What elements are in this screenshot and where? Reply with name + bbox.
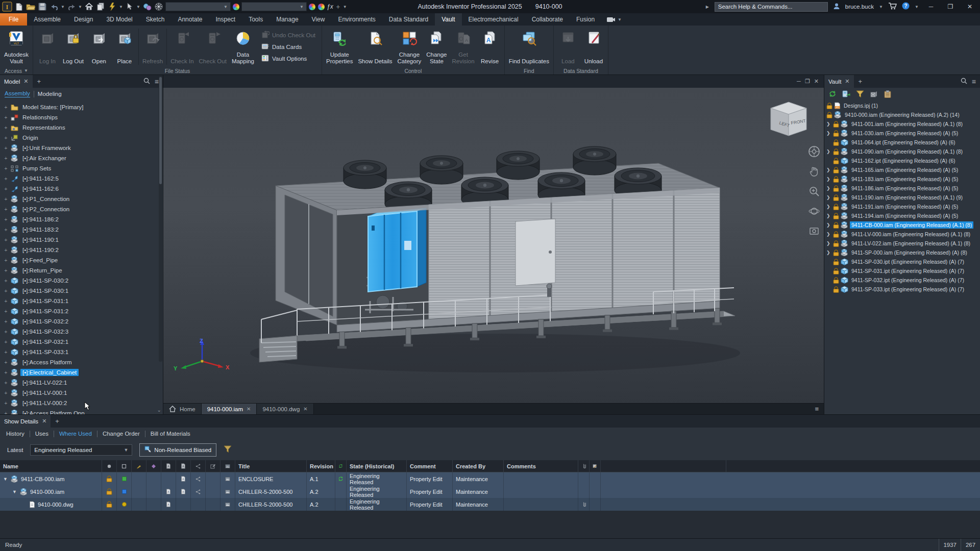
close-tab-icon[interactable]: ✕	[247, 406, 251, 412]
expand-plus-icon[interactable]: +	[3, 349, 9, 355]
model-tree-item[interactable]: +[•]:Access Platform	[3, 357, 163, 367]
tab-show-details[interactable]: Show Details✕	[0, 415, 51, 428]
column-sync-icon[interactable]	[335, 460, 347, 472]
column-edit-icon[interactable]	[206, 460, 220, 472]
expand-plus-icon[interactable]: +	[3, 400, 9, 406]
model-tree-item[interactable]: +[•]:9411-190:1	[3, 235, 163, 245]
details-tab-bill-of-materials[interactable]: Bill of Materials	[151, 431, 190, 437]
show-details-button[interactable]: Show Details	[355, 27, 395, 67]
details-tab-where-used[interactable]: Where Used	[59, 431, 92, 437]
expand-plus-icon[interactable]: +	[3, 390, 9, 396]
chevron-right-icon[interactable]: ❯	[826, 250, 831, 255]
expand-plus-icon[interactable]: +	[3, 176, 9, 182]
adjust-appearance-icon[interactable]	[308, 3, 316, 11]
model-tree-item[interactable]: +[•]:9411-LV-000:1	[3, 388, 163, 398]
model-tree-item[interactable]: +[•]:P1_Connection	[3, 194, 163, 204]
column-header-Name[interactable]: Name	[0, 460, 102, 472]
expand-plus-icon[interactable]: +	[3, 237, 9, 243]
vault-tree-item[interactable]: ❯9411-SP-000.iam (Engineering Released) …	[824, 248, 980, 257]
expand-plus-icon[interactable]: +	[3, 288, 9, 294]
user-name[interactable]: bruce.buck	[845, 4, 874, 10]
expand-plus-icon[interactable]: +	[3, 125, 9, 131]
vault-tree-item[interactable]: ❯9411-090.iam (Engineering Released) (A.…	[824, 147, 980, 156]
vault-tree-item[interactable]: 9411-064.ipt (Engineering Released) (A) …	[824, 138, 980, 147]
vault-tree-item[interactable]: ❯9411-LV-022.iam (Engineering Released) …	[824, 239, 980, 248]
3d-model-chiller[interactable]	[163, 88, 823, 403]
open-file-icon[interactable]	[26, 2, 36, 12]
vault-filter-icon[interactable]	[855, 89, 865, 99]
ribbon-tab-file[interactable]: File	[0, 13, 27, 26]
column-square-icon[interactable]	[117, 460, 132, 472]
close-details-tab-icon[interactable]: ✕	[42, 418, 46, 424]
chevron-right-icon[interactable]: ❯	[826, 149, 831, 154]
browser-search-icon[interactable]	[143, 78, 150, 86]
material-select[interactable]: ▼	[165, 2, 231, 11]
details-tab-change-order[interactable]: Change Order	[103, 431, 140, 437]
expand-plus-icon[interactable]: +	[3, 145, 9, 151]
panel-float-icon[interactable]: ❐	[805, 78, 810, 85]
row-expander-icon[interactable]: ▼	[3, 477, 8, 482]
appearance-select[interactable]: ▼	[241, 2, 307, 11]
unload-button[interactable]: Unload	[581, 27, 606, 67]
document-tab-9410-000-dwg[interactable]: 9410-000.dwg✕	[257, 404, 313, 414]
chevron-right-icon[interactable]: ❯	[826, 241, 831, 246]
chevron-right-icon[interactable]: ❯	[826, 195, 831, 200]
expand-plus-icon[interactable]: +	[3, 166, 9, 171]
vault-tree-item[interactable]: 9411-162.ipt (Engineering Released) (A) …	[824, 156, 980, 165]
ribbon-tab-tools[interactable]: Tools	[242, 13, 270, 26]
vault-tree-item[interactable]: ❯9411-LV-000.iam (Engineering Released) …	[824, 230, 980, 239]
column-doc-icon[interactable]: A	[176, 460, 191, 472]
model-tree-item[interactable]: +[•]:9411-186:2	[3, 214, 163, 224]
ribbon-tab-environments[interactable]: Environments	[331, 13, 382, 26]
ribbon-display-options[interactable]: ▼	[601, 13, 627, 26]
vault-go-icon[interactable]	[869, 89, 879, 99]
model-tree-item[interactable]: +[•]:9411-SP-031:1	[3, 296, 163, 306]
vault-tree-item[interactable]: ❯9411-001.iam (Engineering Released) (A.…	[824, 119, 980, 129]
redo-icon[interactable]	[66, 2, 77, 12]
add-browser-tab-button[interactable]: +	[33, 78, 46, 85]
revise-button[interactable]: ARevise	[477, 27, 503, 67]
document-tab-home[interactable]: Home	[163, 404, 202, 414]
ribbon-tab-sketch[interactable]: Sketch	[139, 13, 172, 26]
browser-scrollbar[interactable]	[159, 76, 162, 362]
model-tree-item[interactable]: +[•]:9411-190:2	[3, 245, 163, 255]
add-vault-tab-button[interactable]: +	[854, 78, 867, 85]
help-icon[interactable]: ?	[902, 2, 910, 11]
close-model-tab-icon[interactable]: ✕	[23, 78, 28, 85]
model-tree-item[interactable]: +[•]:9411-SP-030:2	[3, 276, 163, 286]
column-header-State (Historical)[interactable]: State (Historical)	[347, 460, 407, 472]
undo-icon[interactable]	[49, 2, 59, 12]
model-tree-item[interactable]: +[•]:P2_Connection	[3, 204, 163, 214]
ribbon-tab-vault[interactable]: Vault	[435, 13, 461, 26]
ribbon-tab-design[interactable]: Design	[67, 13, 100, 26]
expand-plus-icon[interactable]: +	[3, 319, 9, 324]
ribbon-tab-electromechanical[interactable]: Electromechanical	[462, 13, 525, 26]
expand-plus-icon[interactable]: +	[3, 115, 9, 120]
vault-tree-item[interactable]: ❯9411-194.iam (Engineering Released) (A)…	[824, 211, 980, 220]
qat-customize-caret-icon[interactable]: ▼	[343, 5, 347, 9]
ribbon-tab-data-standard[interactable]: Data Standard	[382, 13, 435, 26]
document-tab-9410-000-iam[interactable]: 9410-000.iam✕	[202, 404, 257, 414]
redo-caret-icon[interactable]: ▼	[78, 5, 82, 9]
model-tree-item[interactable]: +[•]:9411-183:2	[3, 224, 163, 235]
vault-tree-item[interactable]: 9411-SP-030.ipt (Engineering Released) (…	[824, 257, 980, 266]
vault-tree-item[interactable]: ❯9411-165.iam (Engineering Released) (A)…	[824, 165, 980, 174]
model-tree-item[interactable]: +[•]:Return_Pipe	[3, 265, 163, 276]
close-vault-tab-icon[interactable]: ✕	[845, 78, 849, 85]
user-menu-caret-icon[interactable]: ▼	[879, 5, 883, 9]
column-header-Comments[interactable]: Comments	[504, 460, 578, 472]
column-clip-icon[interactable]	[578, 460, 590, 472]
help-caret-icon[interactable]: ▼	[915, 5, 919, 9]
undo-caret-icon[interactable]: ▼	[61, 5, 65, 9]
column-flag-icon[interactable]	[590, 460, 601, 472]
expand-plus-icon[interactable]: +	[3, 339, 9, 345]
data-cards-button[interactable]: Data Cards	[260, 42, 317, 52]
column-share-icon[interactable]	[191, 460, 206, 472]
ribbon-tab-collaborate[interactable]: Collaborate	[525, 13, 570, 26]
non-released-biased-toggle[interactable]: Non-Released Biased	[139, 443, 216, 457]
3d-viewport[interactable]: LEFT FRONT Z Y X	[163, 88, 824, 403]
model-tree-item[interactable]: +[•]:9411-SP-033:1	[3, 347, 163, 357]
browser-menu-icon[interactable]: ≡	[155, 78, 159, 86]
add-details-tab-button[interactable]: +	[51, 417, 64, 425]
expand-plus-icon[interactable]: +	[3, 196, 9, 202]
